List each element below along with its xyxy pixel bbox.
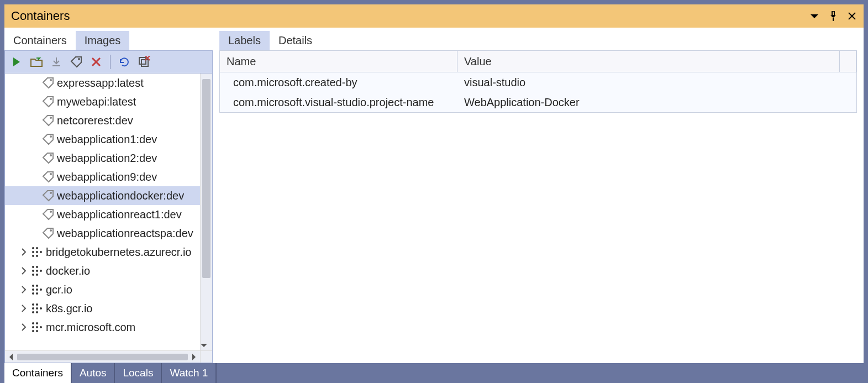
close-button[interactable] xyxy=(847,11,857,21)
tree-item[interactable]: docker.io xyxy=(5,261,200,280)
title-bar: Containers xyxy=(4,4,864,28)
svg-point-22 xyxy=(36,266,38,268)
svg-point-24 xyxy=(36,270,38,272)
svg-point-10 xyxy=(50,173,52,175)
svg-point-31 xyxy=(36,288,38,291)
bottom-tab-locals[interactable]: Locals xyxy=(115,363,162,383)
label-row[interactable]: com.microsoft.created-byvisual-studio xyxy=(220,72,856,92)
download-button[interactable] xyxy=(49,55,64,69)
tree-item[interactable]: webapplicationreact1:dev xyxy=(5,205,200,224)
delete-button[interactable] xyxy=(89,55,103,69)
column-header-value[interactable]: Value xyxy=(457,51,840,72)
svg-point-28 xyxy=(32,285,34,287)
refresh-button[interactable] xyxy=(117,55,131,69)
expander-icon[interactable] xyxy=(18,267,29,275)
svg-point-40 xyxy=(32,311,34,313)
tree-item-label: webapplicationdocker:dev xyxy=(56,190,184,202)
window-controls xyxy=(809,11,857,21)
tree-item-label: expressapp:latest xyxy=(56,77,144,90)
svg-rect-4 xyxy=(139,57,146,64)
svg-point-36 xyxy=(36,303,38,306)
svg-rect-3 xyxy=(141,60,148,66)
svg-point-12 xyxy=(50,211,52,213)
svg-point-21 xyxy=(32,266,34,268)
label-value: visual-studio xyxy=(464,76,843,89)
label-row[interactable]: com.microsoft.visual-studio.project-name… xyxy=(220,92,856,112)
svg-point-35 xyxy=(32,303,34,306)
scroll-left-arrow[interactable] xyxy=(8,354,14,360)
tree-item-label: k8s.gcr.io xyxy=(45,302,92,315)
bottom-tab-containers[interactable]: Containers xyxy=(4,363,72,383)
tag-icon xyxy=(40,151,56,165)
run-button[interactable] xyxy=(9,55,24,69)
tag-icon xyxy=(40,76,56,90)
tag-icon xyxy=(40,95,56,108)
tab-details[interactable]: Details xyxy=(270,31,321,50)
tag-icon xyxy=(40,227,56,240)
tree-item[interactable]: netcorerest:dev xyxy=(5,111,200,130)
images-tree[interactable]: expressapp:latestmywebapi:latestnetcorer… xyxy=(5,74,200,350)
registry-icon xyxy=(29,321,45,333)
tag-icon xyxy=(40,114,56,127)
svg-point-33 xyxy=(32,292,34,295)
tree-item-label: webapplication9:dev xyxy=(56,171,157,183)
tree-item[interactable]: k8s.gcr.io xyxy=(5,299,200,318)
tab-images[interactable]: Images xyxy=(76,31,130,50)
tree-item[interactable]: webapplicationdocker:dev xyxy=(5,186,200,205)
open-folder-button[interactable] xyxy=(29,55,44,69)
svg-point-42 xyxy=(32,322,34,324)
svg-point-41 xyxy=(36,311,38,313)
bottom-tab-autos[interactable]: Autos xyxy=(72,363,115,383)
scroll-down-arrow[interactable] xyxy=(201,343,212,348)
window-title: Containers xyxy=(11,9,70,23)
tab-labels[interactable]: Labels xyxy=(219,31,270,50)
scroll-right-arrow[interactable] xyxy=(191,354,197,360)
pin-button[interactable] xyxy=(828,11,838,21)
svg-point-32 xyxy=(40,288,42,291)
left-panel: Containers Images xyxy=(4,28,213,363)
window-menu-button[interactable] xyxy=(809,11,819,21)
tree-item[interactable]: webapplication1:dev xyxy=(5,130,200,149)
tree-item-label: bridgetokubernetes.azurecr.io xyxy=(45,246,192,259)
tree-item[interactable]: webapplication2:dev xyxy=(5,149,200,167)
tag-button[interactable] xyxy=(69,55,83,69)
svg-point-9 xyxy=(50,154,52,156)
svg-point-18 xyxy=(40,251,42,253)
labels-grid-body: com.microsoft.created-byvisual-studiocom… xyxy=(219,72,857,113)
tree-item[interactable]: gcr.io xyxy=(5,280,200,299)
expander-icon[interactable] xyxy=(18,305,29,312)
tag-icon xyxy=(40,189,56,202)
prune-button[interactable] xyxy=(137,55,151,69)
svg-point-46 xyxy=(40,326,42,328)
svg-point-37 xyxy=(32,307,34,309)
svg-point-27 xyxy=(36,274,38,276)
svg-point-34 xyxy=(36,292,38,295)
horizontal-scroll-thumb[interactable] xyxy=(17,354,188,360)
expander-icon[interactable] xyxy=(18,248,29,256)
tree-item[interactable]: webapplicationreactspa:dev xyxy=(5,224,200,243)
svg-point-8 xyxy=(50,135,52,138)
tree-item[interactable]: webapplication9:dev xyxy=(5,167,200,186)
vertical-scroll-thumb[interactable] xyxy=(202,79,211,278)
tab-containers[interactable]: Containers xyxy=(4,31,76,50)
tree-item[interactable]: mywebapi:latest xyxy=(5,92,200,111)
images-toolbar xyxy=(4,50,213,74)
svg-point-43 xyxy=(36,322,38,324)
svg-point-17 xyxy=(36,251,38,253)
svg-point-13 xyxy=(50,229,52,232)
tree-item[interactable]: expressapp:latest xyxy=(5,74,200,92)
bottom-tab-watch-1[interactable]: Watch 1 xyxy=(162,363,217,383)
tree-item[interactable]: bridgetokubernetes.azurecr.io xyxy=(5,243,200,261)
vertical-scrollbar[interactable] xyxy=(200,74,212,350)
svg-point-25 xyxy=(40,270,42,272)
svg-point-16 xyxy=(32,251,34,253)
horizontal-scrollbar[interactable] xyxy=(5,350,200,363)
expander-icon[interactable] xyxy=(18,323,29,331)
expander-icon[interactable] xyxy=(18,286,29,293)
right-panel: Labels Details Name Value com.microsoft.… xyxy=(213,28,864,363)
svg-point-15 xyxy=(36,247,38,249)
tree-item[interactable]: mcr.microsoft.com xyxy=(5,318,200,337)
column-header-name[interactable]: Name xyxy=(220,51,457,72)
svg-point-11 xyxy=(50,192,52,194)
scroll-corner xyxy=(200,350,212,363)
